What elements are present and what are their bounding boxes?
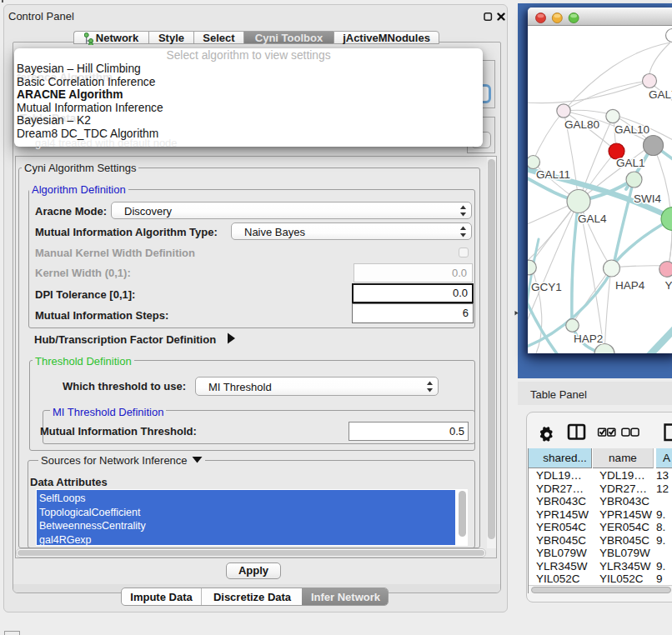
svg-text:GAL1: GAL1 [616,157,645,169]
svg-text:GCY1: GCY1 [531,281,562,293]
svg-text:GAL11: GAL11 [536,168,570,181]
svg-text:GAL80: GAL80 [564,118,599,131]
svg-text:GAL10: GAL10 [614,123,649,136]
svg-text:HAP2: HAP2 [574,332,603,345]
svg-text:Y: Y [665,279,672,292]
svg-text:GAL7: GAL7 [649,88,672,101]
svg-text:GAL4: GAL4 [578,212,607,225]
svg-text:HAP4: HAP4 [615,279,645,292]
svg-text:SWI4: SWI4 [634,192,661,205]
